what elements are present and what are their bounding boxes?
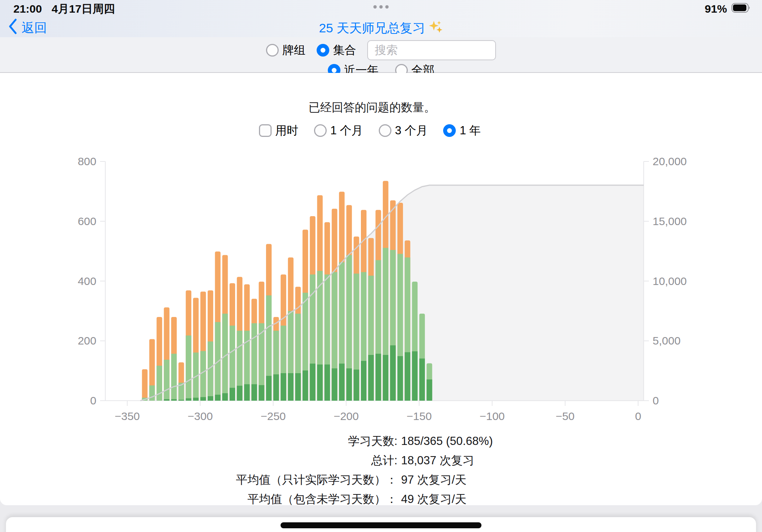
navigation-bar: 返回 25 天天师兄总复习 [0,16,762,37]
multitasking-indicator-icon[interactable] [374,5,389,9]
bar [215,251,221,401]
bar [295,287,301,401]
reviews-chart: 020040060080005,00010,00015,00020,000−35… [0,153,762,428]
svg-text:400: 400 [78,275,96,287]
scope-deck-label: 牌组 [282,42,305,58]
bar [346,205,352,401]
status-bar: 21:00 4月17日周四 91% [13,1,751,16]
stat-value: 49 次复习/天 [401,490,762,509]
home-indicator[interactable] [281,522,481,528]
checkbox-icon[interactable] [259,124,272,137]
date: 4月17日周四 [52,1,115,17]
svg-text:800: 800 [78,155,96,167]
chart-stats: 学习天数: 185/365 (50.68%) 总计: 18,037 次复习 平均… [0,432,762,509]
stat-value: 18,037 次复习 [401,451,762,470]
period-1-month-label: 1 个月 [330,123,363,138]
bar [390,200,396,401]
bar [142,369,148,401]
svg-text:20,000: 20,000 [653,155,687,167]
clock: 21:00 [13,3,42,15]
svg-text:5,000: 5,000 [653,334,681,347]
bar [186,290,191,401]
bar [266,244,272,401]
chart-x-axis: −350−300−250−200−150−100−500 [115,401,641,422]
bar [397,203,403,401]
bar [259,282,264,401]
bar [288,257,294,401]
svg-text:−350: −350 [115,410,140,422]
stat-value: 97 次复习/天 [401,470,762,490]
bar [179,362,184,401]
period-radio-3-months[interactable]: 3 个月 [379,123,428,138]
time-checkbox-option[interactable]: 用时 [259,123,298,138]
svg-text:200: 200 [78,334,96,347]
stat-label: 学习天数: [0,432,397,451]
svg-text:0: 0 [653,394,659,407]
bar [281,275,286,401]
bar [164,307,169,401]
battery-percent: 91% [705,3,727,15]
bar [157,317,162,401]
svg-text:0: 0 [90,394,96,407]
time-checkbox-label: 用时 [275,123,298,138]
bar [237,277,243,401]
bar [375,210,381,401]
scope-radio-deck[interactable]: 牌组 [266,42,305,58]
search-input[interactable] [367,40,496,60]
bar [412,282,417,401]
radio-icon[interactable] [379,124,391,137]
svg-text:−200: −200 [334,410,359,422]
bar [383,181,388,401]
bar [427,363,432,401]
svg-text:600: 600 [78,215,96,227]
radio-icon[interactable] [266,44,279,57]
bar [222,255,228,401]
chart-heading: 已经回答的问题的数量。 [0,100,744,115]
stat-label: 平均值（包含未学习天数）： [0,490,397,509]
radio-icon[interactable] [443,124,456,137]
svg-text:0: 0 [635,410,641,422]
page-title: 25 天天师兄总复习 [0,19,762,37]
chart-right-axis: 05,00010,00015,00020,000 [644,155,687,407]
bar [252,299,257,401]
bar [317,195,323,401]
scope-radio-collection[interactable]: 集合 [317,42,356,58]
svg-text:−250: −250 [260,410,286,422]
svg-text:−150: −150 [407,410,432,422]
chart-left-axis: 0200400600800 [78,155,105,407]
bar [230,283,235,401]
bar [405,240,410,401]
scope-collection-label: 集合 [333,42,356,58]
bar [368,238,374,401]
period-1-year-label: 1 年 [460,123,481,138]
bar [200,292,206,401]
bar [310,216,316,401]
bar [302,230,308,401]
battery-icon [731,3,751,15]
radio-icon[interactable] [317,44,329,57]
bar [419,314,425,401]
stat-label: 平均值（只计实际学习天数）： [0,470,397,490]
bar [149,339,155,401]
svg-text:15,000: 15,000 [653,215,687,227]
stat-value: 185/365 (50.68%) [401,432,762,451]
bar [332,209,337,401]
period-radio-1-year[interactable]: 1 年 [443,123,481,138]
svg-text:10,000: 10,000 [653,275,687,287]
stat-label: 总计: [0,451,397,470]
chart-controls: 用时 1 个月 3 个月 1 年 [0,123,740,138]
period-3-months-label: 3 个月 [395,123,428,138]
svg-text:−300: −300 [188,410,213,422]
bar [339,192,345,401]
bar [353,237,359,401]
filter-panel: 牌组 集合 近一年 全部 [0,37,762,73]
period-radio-1-month[interactable]: 1 个月 [314,123,363,138]
radio-icon[interactable] [314,124,327,137]
sparkles-icon [428,19,443,37]
svg-text:−50: −50 [556,410,574,422]
svg-text:−100: −100 [480,410,505,422]
bar [193,298,199,401]
bar [171,317,177,401]
bar [324,222,330,401]
bar [273,317,279,401]
